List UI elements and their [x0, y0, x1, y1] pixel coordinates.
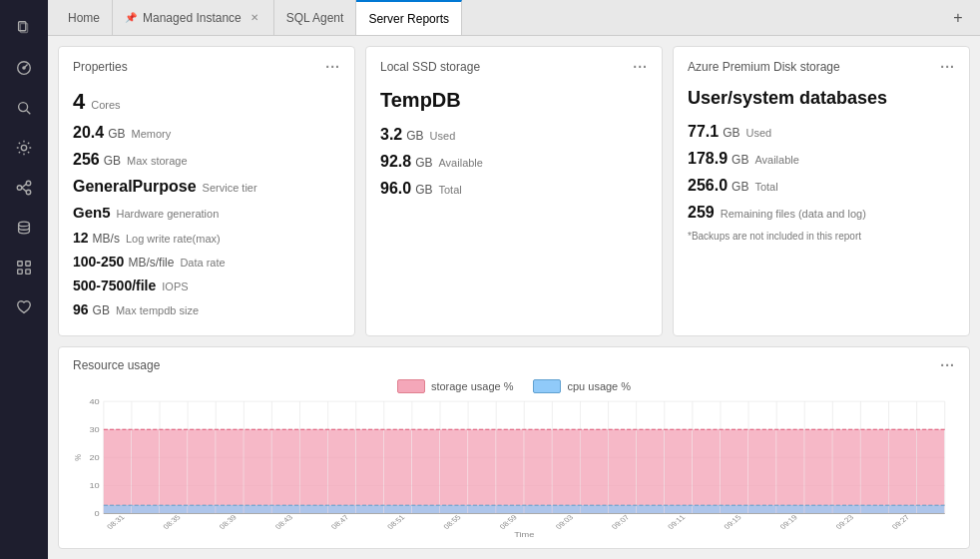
svg-rect-97	[300, 505, 328, 513]
prop-memory-value: 20.4	[73, 121, 104, 145]
prop-hw-gen-label: Hardware generation	[117, 206, 220, 223]
heart-icon[interactable]	[6, 289, 42, 325]
svg-text:08:35: 08:35	[161, 513, 183, 530]
svg-rect-87	[889, 429, 917, 513]
prop-service-tier-label: Service tier	[203, 180, 257, 197]
svg-text:09:03: 09:03	[554, 513, 576, 530]
azure-disk-card: Azure Premium Disk storage ··· User/syst…	[673, 46, 970, 336]
svg-rect-65	[271, 429, 299, 513]
legend-cpu: cpu usage %	[533, 379, 631, 393]
prop-data-rate-value: 100-250	[73, 252, 124, 273]
svg-text:08:51: 08:51	[385, 513, 407, 530]
legend-storage: storage usage %	[397, 379, 514, 393]
prop-service-tier-value: GeneralPurpose	[73, 175, 197, 199]
svg-rect-119	[917, 505, 945, 513]
svg-rect-16	[26, 270, 31, 275]
close-managed-instance[interactable]: ✕	[247, 11, 261, 25]
prop-max-storage-unit: GB	[104, 152, 121, 170]
azure-disk-files-label: Remaining files (data and log)	[721, 206, 866, 223]
resource-title: Resource usage	[73, 358, 160, 372]
prop-log-write-unit: MB/s	[93, 230, 120, 248]
svg-rect-63	[216, 429, 244, 513]
svg-text:09:15: 09:15	[722, 513, 743, 530]
resource-card-more[interactable]: ···	[940, 357, 955, 373]
prop-tempdb-label: Max tempdb size	[116, 302, 199, 319]
local-ssd-used: 3.2 GB Used	[380, 123, 648, 147]
svg-point-6	[21, 145, 26, 150]
svg-rect-59	[104, 429, 132, 513]
tab-bar: Home 📌 Managed Instance ✕ SQL Agent Serv…	[48, 0, 980, 36]
database-icon[interactable]	[6, 210, 42, 246]
azure-disk-available: 178.9 GB Available	[688, 147, 955, 171]
azure-disk-card-more[interactable]: ···	[940, 59, 955, 75]
svg-text:08:39: 08:39	[218, 513, 240, 530]
settings-icon[interactable]	[6, 130, 42, 166]
prop-data-rate-label: Data rate	[180, 255, 225, 272]
local-ssd-available-label: Available	[438, 155, 482, 172]
svg-rect-93	[188, 505, 216, 513]
azure-disk-total-label: Total	[754, 179, 777, 196]
properties-card-header: Properties ···	[73, 59, 340, 75]
svg-rect-92	[160, 505, 188, 513]
azure-disk-files: 259 Remaining files (data and log)	[688, 201, 955, 225]
svg-text:10: 10	[89, 480, 100, 489]
local-ssd-card-header: Local SSD storage ···	[380, 59, 648, 75]
add-tab-button[interactable]: +	[944, 4, 972, 32]
local-ssd-card-title: Local SSD storage	[380, 60, 480, 74]
svg-text:09:27: 09:27	[890, 513, 912, 530]
svg-rect-112	[721, 505, 748, 513]
azure-disk-used-value: 77.1	[688, 120, 719, 144]
svg-rect-72	[468, 429, 496, 513]
svg-rect-107	[580, 505, 608, 513]
svg-rect-75	[552, 429, 580, 513]
azure-disk-card-title: Azure Premium Disk storage	[688, 60, 840, 74]
dashboard-icon[interactable]	[6, 50, 42, 86]
chart-container: 010203040%08:3108:3508:3908:4308:4708:51…	[73, 397, 955, 539]
svg-rect-82	[748, 429, 776, 513]
svg-point-4	[19, 103, 28, 112]
tab-managed-instance[interactable]: 📌 Managed Instance ✕	[113, 0, 274, 35]
svg-rect-95	[244, 505, 271, 513]
svg-rect-80	[693, 429, 721, 513]
pages-icon[interactable]	[6, 10, 42, 46]
sidebar	[0, 0, 48, 559]
local-ssd-total-unit: GB	[415, 181, 432, 199]
tab-server-reports[interactable]: Server Reports	[356, 0, 462, 35]
svg-rect-106	[552, 505, 580, 513]
local-ssd-total-label: Total	[438, 182, 461, 199]
svg-text:08:59: 08:59	[498, 513, 520, 530]
svg-line-5	[27, 111, 31, 115]
local-ssd-subtitle-value: TempDB	[380, 85, 461, 115]
svg-rect-103	[468, 505, 496, 513]
svg-text:Time: Time	[514, 529, 535, 538]
legend-cpu-label: cpu usage %	[567, 380, 631, 392]
local-ssd-available-unit: GB	[415, 154, 432, 172]
svg-rect-115	[804, 505, 832, 513]
svg-rect-62	[188, 429, 216, 513]
connections-icon[interactable]	[6, 170, 42, 206]
resource-usage-card: Resource usage ··· storage usage % cpu u…	[58, 346, 970, 550]
svg-rect-100	[384, 505, 412, 513]
prop-tempdb-value: 96	[73, 299, 89, 320]
svg-rect-102	[440, 505, 468, 513]
properties-card: Properties ··· 4 Cores 20.4 GB Memory 25…	[58, 46, 355, 336]
svg-rect-68	[356, 429, 384, 513]
svg-text:09:23: 09:23	[834, 513, 856, 530]
svg-rect-104	[496, 505, 524, 513]
svg-point-9	[26, 190, 31, 195]
svg-rect-91	[132, 505, 160, 513]
tab-home[interactable]: Home	[56, 0, 113, 35]
svg-rect-98	[328, 505, 356, 513]
svg-rect-114	[776, 505, 804, 513]
svg-rect-108	[609, 505, 637, 513]
svg-point-3	[22, 66, 26, 70]
svg-line-11	[22, 188, 27, 192]
prop-memory-label: Memory	[131, 126, 171, 143]
grid-icon[interactable]	[6, 250, 42, 285]
local-ssd-card-more[interactable]: ···	[633, 59, 648, 75]
tab-sql-agent[interactable]: SQL Agent	[274, 0, 357, 35]
azure-disk-used-label: Used	[745, 125, 771, 142]
properties-card-more[interactable]: ···	[325, 59, 340, 75]
search-icon[interactable]	[6, 90, 42, 126]
prop-memory: 20.4 GB Memory	[73, 121, 340, 145]
